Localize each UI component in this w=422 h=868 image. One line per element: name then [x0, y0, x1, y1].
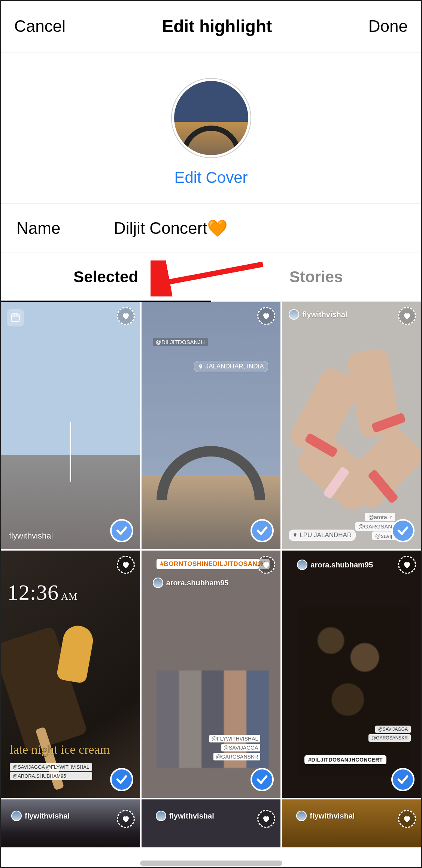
avatar: [156, 811, 166, 821]
story-user-header: flywithvishal: [289, 309, 347, 320]
story-user-header: flywithvishal: [156, 811, 214, 821]
like-icon: [257, 810, 275, 828]
like-icon: [117, 307, 135, 325]
like-icon: [398, 556, 416, 574]
home-indicator: [140, 861, 282, 866]
avatar: [289, 309, 299, 320]
story-thumbnail[interactable]: @DILJITDOSANJH JALANDHAR, INDIA: [142, 302, 281, 549]
avatar: [11, 811, 22, 821]
selected-badge-icon[interactable]: [251, 519, 274, 542]
story-footer-tags: @SAVIJAGGA @GARGSANSKR: [368, 726, 411, 742]
story-hashtag: #BORNTOSHINEDILJITDOSANJH: [157, 559, 270, 569]
selected-badge-icon[interactable]: [110, 768, 133, 791]
avatar: [297, 560, 307, 570]
story-location-tag: LPU JALANDHAR: [289, 530, 356, 541]
page-title: Edit highlight: [162, 16, 272, 36]
name-field-value[interactable]: Diljit Concert🧡: [114, 218, 228, 238]
story-thumbnail[interactable]: flywithvishal: [282, 799, 421, 847]
story-caption: late night ice cream: [10, 742, 110, 757]
avatar: [296, 811, 307, 821]
story-location-tag: JALANDHAR, INDIA: [194, 361, 268, 372]
story-thumbnail[interactable]: arora.shubham95 #DILJITDOSANJHCONCERT @S…: [282, 551, 421, 798]
reel-icon: [7, 309, 24, 326]
selected-badge-icon[interactable]: [391, 768, 415, 791]
name-row: Name Diljit Concert🧡: [1, 204, 421, 253]
story-thumbnail[interactable]: flywithvishal: [1, 302, 140, 549]
story-watermark: flywithvishal: [9, 531, 53, 541]
tab-stories[interactable]: Stories: [211, 253, 422, 301]
story-hashtag: #DILJITDOSANJHCONCERT: [304, 755, 386, 764]
selected-badge-icon[interactable]: [110, 519, 133, 542]
like-icon: [257, 307, 275, 325]
story-thumbnail[interactable]: flywithvishal: [142, 799, 281, 847]
like-icon: [398, 810, 416, 828]
tab-bar: Selected Stories: [1, 253, 421, 302]
story-user-header: flywithvishal: [296, 811, 355, 821]
story-thumbnail[interactable]: flywithvishal: [1, 799, 140, 847]
header-bar: Cancel Edit highlight Done: [1, 1, 421, 52]
story-grid: flywithvishal @DILJITDOSANJH JALANDHAR, …: [1, 302, 421, 847]
like-icon: [117, 810, 135, 828]
name-field-label: Name: [16, 219, 114, 238]
story-user-header: arora.shubham95: [153, 578, 229, 588]
cancel-button[interactable]: Cancel: [14, 17, 66, 36]
edit-cover-button[interactable]: Edit Cover: [174, 169, 248, 187]
selected-badge-icon[interactable]: [391, 519, 415, 542]
avatar: [153, 578, 163, 588]
selected-badge-icon[interactable]: [251, 768, 274, 791]
story-footer-tags: @arora_r @GARGSAN @savij: [355, 513, 395, 540]
like-icon: [257, 556, 275, 574]
story-user-header: arora.shubham95: [297, 560, 373, 570]
story-time-overlay: 12:36AM: [7, 580, 78, 605]
story-thumbnail[interactable]: flywithvishal LPU JALANDHAR @arora_r @GA…: [282, 302, 421, 549]
story-mention-tag: @DILJITDOSANJH: [153, 338, 208, 346]
like-icon: [117, 556, 135, 574]
tab-selected[interactable]: Selected: [1, 253, 211, 301]
cover-thumbnail[interactable]: [171, 78, 251, 158]
story-thumbnail[interactable]: #BORNTOSHINEDILJITDOSANJH arora.shubham9…: [142, 551, 281, 798]
like-icon: [398, 307, 416, 325]
svg-rect-2: [12, 314, 19, 322]
story-footer-tags: @SAVIJAGGA @FLYWITHVISHAL @ARORA.SHUBHAM…: [10, 763, 92, 780]
cover-section: Edit Cover: [1, 52, 421, 204]
story-footer-tags: @FLYWITHVISHAL @SAVIJAGGA @GARGSANSKR: [209, 735, 260, 760]
story-user-header: flywithvishal: [11, 811, 70, 821]
story-thumbnail[interactable]: 12:36AM late night ice cream @SAVIJAGGA …: [1, 551, 140, 798]
cover-image: [174, 81, 248, 155]
done-button[interactable]: Done: [368, 17, 408, 36]
